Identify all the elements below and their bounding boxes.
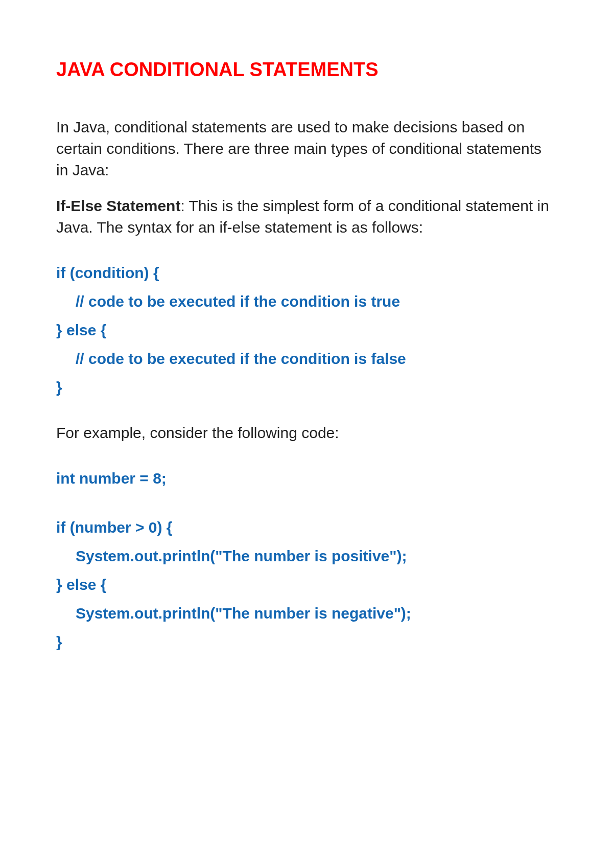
code-line: System.out.println("The number is negati… — [56, 601, 557, 626]
code-line: if (number > 0) { — [56, 515, 557, 540]
spacer — [56, 495, 557, 515]
code-line: // code to be executed if the condition … — [56, 347, 557, 371]
code-line: } else { — [56, 573, 557, 597]
code-line: System.out.println("The number is positi… — [56, 544, 557, 568]
code-line: } else { — [56, 318, 557, 342]
code-line: int number = 8; — [56, 466, 557, 491]
ifelse-paragraph: If-Else Statement: This is the simplest … — [56, 195, 557, 238]
syntax-code-block: if (condition) { // code to be executed … — [56, 261, 557, 400]
code-line: // code to be executed if the condition … — [56, 289, 557, 314]
page-title: JAVA CONDITIONAL STATEMENTS — [56, 59, 557, 81]
code-line: if (condition) { — [56, 261, 557, 285]
code-line: } — [56, 375, 557, 400]
ifelse-label: If-Else Statement — [56, 197, 180, 214]
example-code-block: int number = 8; if (number > 0) { System… — [56, 466, 557, 654]
transition-paragraph: For example, consider the following code… — [56, 422, 557, 444]
code-line: } — [56, 630, 557, 654]
intro-paragraph: In Java, conditional statements are used… — [56, 117, 557, 181]
